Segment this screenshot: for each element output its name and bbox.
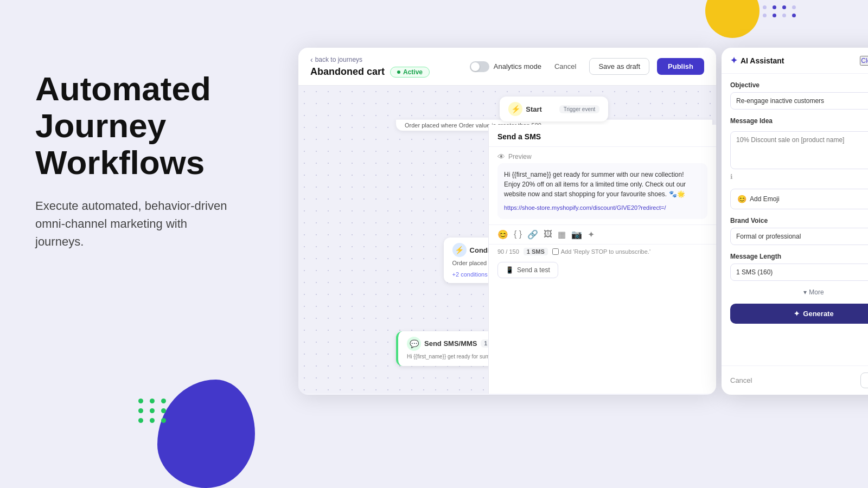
green-dot xyxy=(161,408,166,413)
ai-body: Objective Re-engage inactive customers ▾… xyxy=(722,74,868,365)
link-icon[interactable]: 🔗 xyxy=(527,229,538,240)
hero-title: Automated Journey Workflows xyxy=(35,70,236,182)
toolbar-row: 😊 { } 🔗 🖼 ▦ 📷 ✦ xyxy=(489,224,716,245)
ai-cancel-button[interactable]: Cancel xyxy=(730,373,752,388)
status-label: Active xyxy=(403,68,423,76)
green-dot xyxy=(150,399,155,403)
cancel-button[interactable]: Cancel xyxy=(549,59,582,74)
message-idea-textarea[interactable] xyxy=(730,131,868,169)
emoji-icon: 😊 xyxy=(737,195,746,203)
table-icon[interactable]: ▦ xyxy=(558,229,566,240)
save-draft-button[interactable]: Save as draft xyxy=(589,58,649,75)
add-emoji-label-row: 😊 Add Emoji xyxy=(737,195,780,203)
decoration-circle-yellow xyxy=(705,0,760,38)
emoji-icon[interactable]: 😊 xyxy=(497,229,508,240)
green-dot xyxy=(138,399,143,403)
add-emoji-label: Add Emoji xyxy=(750,195,780,203)
preview-bubble: Hi {{first_name}} get ready for summer w… xyxy=(497,163,707,219)
status-badge: Active xyxy=(390,67,430,78)
analytics-toggle[interactable]: Analytics mode xyxy=(470,61,541,72)
page-title: Abandoned cart xyxy=(310,66,385,78)
message-idea-field: Message Idea 0/150 ℹ xyxy=(730,117,868,181)
dot xyxy=(773,5,776,9)
more-options-link[interactable]: ▾ More xyxy=(730,288,868,296)
analytics-toggle-thumb xyxy=(471,62,480,71)
ai-panel-header: ✦ AI Assistant Close assist xyxy=(722,48,868,74)
publish-button[interactable]: Publish xyxy=(657,58,704,75)
add-emoji-toggle[interactable]: 😊 Add Emoji xyxy=(730,189,868,209)
green-dot xyxy=(161,418,166,423)
star-icon: ✦ xyxy=(794,310,800,318)
green-dot xyxy=(161,399,166,403)
start-node[interactable]: ⚡ Start Trigger event xyxy=(500,97,608,121)
green-dot xyxy=(150,418,155,423)
reply-stop-label: Add 'Reply STOP to unsubscribe.' xyxy=(561,248,650,255)
sms-count-badge: 1 SMS xyxy=(524,248,548,255)
dot xyxy=(763,14,767,17)
brand-voice-label: Brand Voice xyxy=(730,217,868,224)
photo-icon[interactable]: 📷 xyxy=(571,229,582,240)
preview-link: https://shoe-store.myshopify.com/discoun… xyxy=(504,203,701,213)
analytics-toggle-track[interactable] xyxy=(470,61,489,72)
dot xyxy=(782,5,786,9)
brand-voice-field: Brand Voice Formal or professional ▾ xyxy=(730,217,868,245)
green-dot xyxy=(138,418,143,423)
workflow-panel: ‹ back to journeys Abandoned cart Active… xyxy=(298,48,716,395)
message-length-select[interactable]: 1 SMS (160) xyxy=(730,264,868,281)
ai-title: ✦ AI Assistant xyxy=(730,55,784,66)
brand-voice-select[interactable]: Formal or professional xyxy=(730,228,868,245)
char-count: 90 / 150 xyxy=(497,248,519,255)
objective-select-wrap: Re-engage inactive customers ▾ xyxy=(730,92,868,110)
back-link-label: back to journeys xyxy=(315,56,362,63)
dot xyxy=(763,5,767,9)
ai-save-button[interactable]: Save xyxy=(860,373,868,388)
analytics-toggle-label: Analytics mode xyxy=(494,62,541,70)
chevron-down-icon: ▾ xyxy=(803,288,807,296)
sms-panel-title: Send a SMS xyxy=(489,125,716,147)
image-icon[interactable]: 🖼 xyxy=(544,229,552,239)
message-idea-header: Message Idea 0/150 xyxy=(730,117,868,128)
topbar-right: Analytics mode Cancel Save as draft Publ… xyxy=(470,58,704,75)
dot xyxy=(773,14,776,17)
code-icon[interactable]: { } xyxy=(514,229,522,239)
hero-subtitle: Execute automated, behavior-driven omni-… xyxy=(35,197,236,251)
lightning-icon: ⚡ xyxy=(508,102,522,116)
magic-icon[interactable]: ✦ xyxy=(588,229,595,240)
preview-label: 👁 Preview xyxy=(489,147,716,163)
hero-section: Automated Journey Workflows Execute auto… xyxy=(35,70,236,251)
objective-select[interactable]: Re-engage inactive customers xyxy=(730,92,868,110)
generate-button[interactable]: ✦ Generate xyxy=(730,304,868,324)
page-title-row: Abandoned cart Active xyxy=(310,66,430,78)
ai-assistant-panel: ✦ AI Assistant Close assist Objective Re… xyxy=(722,48,868,395)
ai-footer: Cancel Save xyxy=(722,365,868,395)
dot xyxy=(792,5,796,9)
message-idea-label: Message Idea xyxy=(730,117,773,125)
objective-field: Objective Re-engage inactive customers ▾ xyxy=(730,81,868,110)
back-arrow-icon: ‹ xyxy=(310,55,313,64)
sms-icon: 💬 xyxy=(407,337,421,351)
decoration-green-dots xyxy=(138,399,168,423)
topbar: ‹ back to journeys Abandoned cart Active… xyxy=(298,48,716,86)
more-label: More xyxy=(809,288,824,296)
sms-detail-panel: Send a SMS 👁 Preview Hi {{first_name}} g… xyxy=(488,125,716,394)
reply-stop-checkbox[interactable] xyxy=(552,248,559,255)
dot xyxy=(792,14,796,17)
send-test-icon: 📱 xyxy=(506,266,514,274)
message-length-field: Message Length 1 SMS (160) ▾ xyxy=(730,253,868,281)
start-node-label: ⚡ Start xyxy=(508,102,542,116)
objective-label: Objective xyxy=(730,81,868,89)
preview-text: Hi {{first_name}} get ready for summer w… xyxy=(504,170,701,199)
close-assist-button[interactable]: Close assist xyxy=(860,56,868,66)
status-dot xyxy=(397,70,400,74)
condition-icon: ⚡ xyxy=(452,243,467,257)
canvas-area: ⚡ Start Trigger event Order placed where… xyxy=(298,86,716,394)
trigger-badge: Trigger event xyxy=(559,105,600,113)
send-test-button[interactable]: 📱 Send a test xyxy=(497,262,558,278)
back-link[interactable]: ‹ back to journeys xyxy=(310,55,430,64)
info-icon: ℹ xyxy=(730,173,733,181)
message-length-label: Message Length xyxy=(730,253,868,260)
green-dot xyxy=(150,408,155,413)
generate-label: Generate xyxy=(803,310,833,318)
brand-voice-select-wrap: Formal or professional ▾ xyxy=(730,228,868,245)
star-icon: ✦ xyxy=(730,55,737,66)
